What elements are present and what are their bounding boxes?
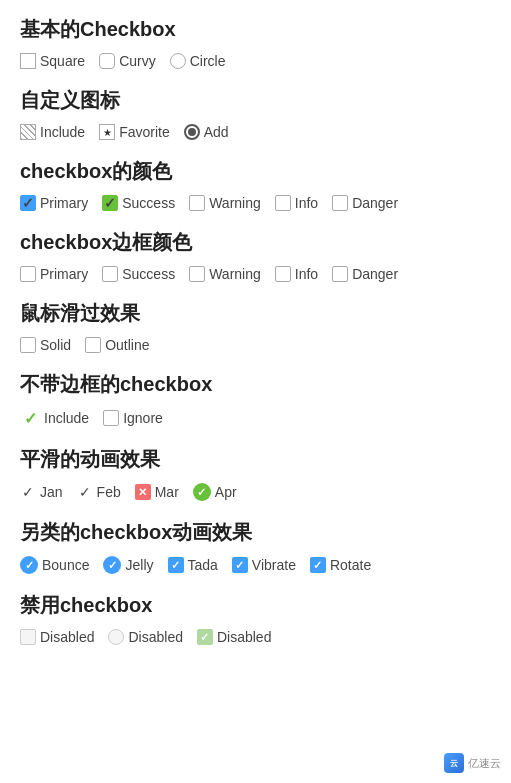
solid-box[interactable]	[20, 337, 36, 353]
ignore-label: Ignore	[123, 410, 163, 426]
feb-box[interactable]: ✓	[77, 484, 93, 500]
hover-row: Solid Outline	[20, 337, 491, 353]
jan-checkbox[interactable]: ✓ Jan	[20, 484, 63, 500]
border-danger-box[interactable]	[332, 266, 348, 282]
favorite-label: Favorite	[119, 124, 170, 140]
favorite-checkbox[interactable]: ★ Favorite	[99, 124, 170, 140]
borderless-title: 不带边框的checkbox	[20, 371, 491, 398]
borderless-include-box[interactable]: ✓	[20, 408, 40, 428]
vibrate-box[interactable]: ✓	[232, 557, 248, 573]
hover-title: 鼠标滑过效果	[20, 300, 491, 327]
border-danger-checkbox[interactable]: Danger	[332, 266, 398, 282]
borderless-check-icon: ✓	[24, 409, 37, 428]
solid-checkbox[interactable]: Solid	[20, 337, 71, 353]
border-warning-box[interactable]	[189, 266, 205, 282]
color-title: checkbox的颜色	[20, 158, 491, 185]
info-color-label: Info	[295, 195, 318, 211]
jan-box[interactable]: ✓	[20, 484, 36, 500]
tada-checkbox[interactable]: ✓ Tada	[168, 557, 218, 573]
disabled-check-icon: ✓	[200, 631, 209, 644]
bounce-checkbox[interactable]: ✓ Bounce	[20, 556, 89, 574]
watermark-icon: 云	[444, 753, 464, 773]
rotate-box[interactable]: ✓	[310, 557, 326, 573]
border-danger-label: Danger	[352, 266, 398, 282]
borderless-row: ✓ Include Ignore	[20, 408, 491, 428]
circle-checkbox[interactable]: Circle	[170, 53, 226, 69]
warning-color-checkbox[interactable]: Warning	[189, 195, 261, 211]
danger-color-checkbox[interactable]: Danger	[332, 195, 398, 211]
rotate-label: Rotate	[330, 557, 371, 573]
border-warning-checkbox[interactable]: Warning	[189, 266, 261, 282]
solid-label: Solid	[40, 337, 71, 353]
vibrate-label: Vibrate	[252, 557, 296, 573]
vibrate-checkbox[interactable]: ✓ Vibrate	[232, 557, 296, 573]
borderless-include-checkbox[interactable]: ✓ Include	[20, 408, 89, 428]
border-primary-checkbox[interactable]: Primary	[20, 266, 88, 282]
custom-row: Include ★ Favorite Add	[20, 124, 491, 140]
basic-title: 基本的Checkbox	[20, 16, 491, 43]
curvy-box[interactable]	[99, 53, 115, 69]
mar-checkbox[interactable]: ✕ Mar	[135, 484, 179, 500]
warning-color-box[interactable]	[189, 195, 205, 211]
square-checkbox[interactable]: Square	[20, 53, 85, 69]
basic-section: 基本的Checkbox Square Curvy Circle	[20, 16, 491, 69]
square-box[interactable]	[20, 53, 36, 69]
outline-checkbox[interactable]: Outline	[85, 337, 149, 353]
apr-box[interactable]: ✓	[193, 483, 211, 501]
disabled-circle-box	[108, 629, 124, 645]
bounce-box[interactable]: ✓	[20, 556, 38, 574]
tada-box[interactable]: ✓	[168, 557, 184, 573]
danger-color-box[interactable]	[332, 195, 348, 211]
info-color-checkbox[interactable]: Info	[275, 195, 318, 211]
basic-row: Square Curvy Circle	[20, 53, 491, 69]
feb-checkbox[interactable]: ✓ Feb	[77, 484, 121, 500]
jelly-label: Jelly	[125, 557, 153, 573]
info-color-box[interactable]	[275, 195, 291, 211]
border-success-checkbox[interactable]: Success	[102, 266, 175, 282]
success-check: ✓	[104, 196, 116, 210]
tada-check-icon: ✓	[171, 559, 180, 572]
border-success-box[interactable]	[102, 266, 118, 282]
border-info-checkbox[interactable]: Info	[275, 266, 318, 282]
feb-label: Feb	[97, 484, 121, 500]
mar-box[interactable]: ✕	[135, 484, 151, 500]
rotate-checkbox[interactable]: ✓ Rotate	[310, 557, 371, 573]
ignore-checkbox[interactable]: Ignore	[103, 410, 163, 426]
border-primary-box[interactable]	[20, 266, 36, 282]
animation2-title: 另类的checkbox动画效果	[20, 519, 491, 546]
primary-checkbox[interactable]: ✓ Primary	[20, 195, 88, 211]
border-success-label: Success	[122, 266, 175, 282]
jelly-checkbox[interactable]: ✓ Jelly	[103, 556, 153, 574]
border-primary-label: Primary	[40, 266, 88, 282]
border-info-box[interactable]	[275, 266, 291, 282]
custom-title: 自定义图标	[20, 87, 491, 114]
disabled-circle-checkbox: Disabled	[108, 629, 182, 645]
animation2-row: ✓ Bounce ✓ Jelly ✓ Tada ✓ Vibrate ✓	[20, 556, 491, 574]
animation-title: 平滑的动画效果	[20, 446, 491, 473]
border-title: checkbox边框颜色	[20, 229, 491, 256]
include-checkbox[interactable]: Include	[20, 124, 85, 140]
hover-section: 鼠标滑过效果 Solid Outline	[20, 300, 491, 353]
curvy-label: Curvy	[119, 53, 156, 69]
curvy-checkbox[interactable]: Curvy	[99, 53, 156, 69]
mar-check-icon: ✕	[138, 486, 147, 499]
success-checkbox[interactable]: ✓ Success	[102, 195, 175, 211]
disabled-checked-box: ✓	[197, 629, 213, 645]
add-checkbox[interactable]: Add	[184, 124, 229, 140]
success-box[interactable]: ✓	[102, 195, 118, 211]
circle-box[interactable]	[170, 53, 186, 69]
square-label: Square	[40, 53, 85, 69]
favorite-box[interactable]: ★	[99, 124, 115, 140]
outline-box[interactable]	[85, 337, 101, 353]
border-row: Primary Success Warning Info Danger	[20, 266, 491, 282]
disabled-square-checkbox: Disabled	[20, 629, 94, 645]
disabled-section: 禁用checkbox Disabled Disabled ✓ Disabled	[20, 592, 491, 645]
border-info-label: Info	[295, 266, 318, 282]
include-box[interactable]	[20, 124, 36, 140]
jelly-box[interactable]: ✓	[103, 556, 121, 574]
ignore-box[interactable]	[103, 410, 119, 426]
apr-checkbox[interactable]: ✓ Apr	[193, 483, 237, 501]
primary-check: ✓	[22, 196, 34, 210]
add-box[interactable]	[184, 124, 200, 140]
primary-box[interactable]: ✓	[20, 195, 36, 211]
